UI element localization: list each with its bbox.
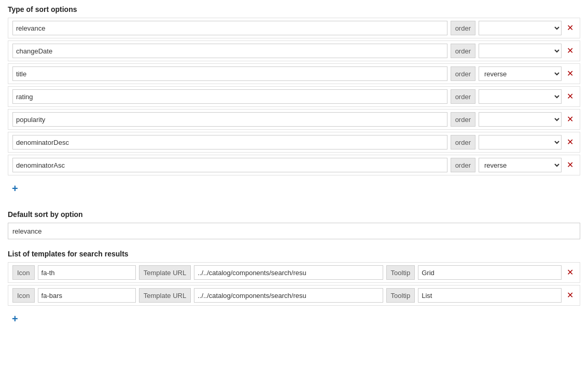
order-select[interactable]: reverse [479,135,562,149]
sort-rows-container: orderreverse✕orderreverse✕orderreverse✕o… [8,18,580,175]
add-sort-option-button[interactable]: + [8,181,22,197]
sort-name-input[interactable] [12,66,447,81]
template-row: IconTemplate URLTooltip✕ [8,285,580,306]
delete-sort-button[interactable]: ✕ [565,70,576,78]
sort-row: orderreverse✕ [8,40,580,61]
order-select[interactable]: reverse [479,89,562,104]
template-url-label: Template URL [139,288,191,303]
order-label: order [451,158,475,172]
template-url-input[interactable] [194,265,383,280]
sort-row: orderreverse✕ [8,18,580,38]
tooltip-label: Tooltip [386,288,415,303]
template-url-input[interactable] [194,288,383,303]
delete-sort-button[interactable]: ✕ [565,92,576,101]
order-label: order [451,66,475,81]
add-template-button[interactable]: + [8,311,22,327]
template-url-label: Template URL [139,265,191,280]
sort-name-input[interactable] [12,112,447,127]
order-label: order [451,89,475,104]
delete-template-button[interactable]: ✕ [565,291,576,300]
icon-value-input[interactable] [38,288,136,303]
sort-row: orderreverse✕ [8,109,580,130]
template-rows-container: IconTemplate URLTooltip✕IconTemplate URL… [8,262,580,306]
sort-row: orderreverse✕ [8,86,580,107]
sort-name-input[interactable] [12,158,447,172]
order-select[interactable]: reverse [479,66,562,81]
sort-name-input[interactable] [12,44,447,58]
order-label: order [451,21,475,35]
delete-sort-button[interactable]: ✕ [565,161,576,169]
sort-name-input[interactable] [12,89,447,104]
order-select[interactable]: reverse [479,21,562,35]
icon-label: Icon [12,288,35,303]
delete-sort-button[interactable]: ✕ [565,24,576,32]
icon-value-input[interactable] [38,265,136,280]
order-select[interactable]: reverse [479,44,562,58]
order-label: order [451,135,475,149]
delete-sort-button[interactable]: ✕ [565,47,576,55]
default-sort-title: Default sort by option [8,210,580,219]
tooltip-label: Tooltip [386,265,415,280]
default-sort-input[interactable] [8,223,580,239]
sort-options-section: Type of sort options orderreverse✕orderr… [8,5,580,200]
sort-options-title: Type of sort options [8,5,580,13]
sort-name-input[interactable] [12,135,447,149]
tooltip-value-input[interactable] [418,288,562,303]
sort-row: orderreverse✕ [8,132,580,153]
order-select[interactable]: reverse [479,158,562,172]
templates-title: List of templates for search results [8,250,580,258]
delete-sort-button[interactable]: ✕ [565,115,576,124]
default-sort-section: Default sort by option [8,210,580,239]
template-row: IconTemplate URLTooltip✕ [8,262,580,283]
sort-name-input[interactable] [12,21,447,35]
order-select[interactable]: reverse [479,112,562,127]
tooltip-value-input[interactable] [418,265,562,280]
order-label: order [451,44,475,58]
order-label: order [451,112,475,127]
sort-row: orderreverse✕ [8,155,580,175]
delete-sort-button[interactable]: ✕ [565,138,576,146]
templates-section: List of templates for search results Ico… [8,250,580,330]
delete-template-button[interactable]: ✕ [565,268,576,277]
sort-row: orderreverse✕ [8,63,580,84]
icon-label: Icon [12,265,35,280]
